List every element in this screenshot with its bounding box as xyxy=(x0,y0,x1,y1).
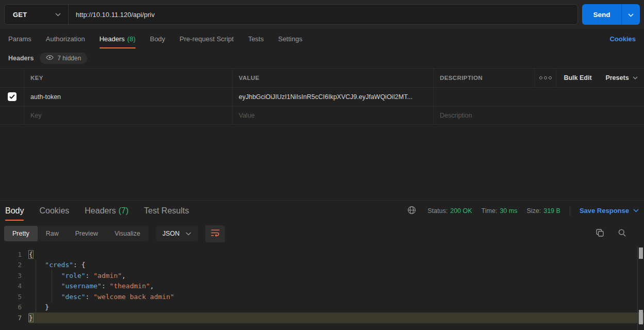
indent-guide xyxy=(36,260,36,312)
new-value-input[interactable]: Value xyxy=(232,106,433,124)
code-line: 4 "username": "theadmin", xyxy=(0,281,644,292)
send-options-button[interactable] xyxy=(621,4,640,25)
time-badge: Time: 30 ms xyxy=(482,207,518,214)
header-description-cell[interactable] xyxy=(433,88,644,106)
tab-headers[interactable]: Headers (8) xyxy=(100,29,136,48)
request-tabs: Params Authorization Headers (8) Body Pr… xyxy=(0,29,644,48)
status-badge: Status: 200 OK xyxy=(427,207,472,214)
indent-guide xyxy=(52,270,52,302)
divider xyxy=(570,206,570,216)
copy-icon xyxy=(596,228,604,239)
response-meta: Status: 200 OK Time: 30 ms Size: 319 B S… xyxy=(407,206,639,216)
view-visualize-button[interactable]: Visualize xyxy=(106,226,148,241)
headers-count-badge: (8) xyxy=(127,35,136,43)
empty-area xyxy=(0,125,644,200)
code-line: 2 "creds": { xyxy=(0,260,644,271)
tab-tests[interactable]: Tests xyxy=(248,29,263,48)
scrollbar-thumb[interactable] xyxy=(639,310,643,324)
toggle-hidden-headers-button[interactable]: 7 hidden xyxy=(40,53,87,64)
cookies-link[interactable]: Cookies xyxy=(609,29,636,48)
view-mode-switch: Pretty Raw Preview Visualize xyxy=(4,226,148,241)
column-key: KEY xyxy=(24,69,232,87)
wrap-lines-icon xyxy=(210,229,220,238)
scrollbar-thumb[interactable] xyxy=(639,248,643,259)
method-label: GET xyxy=(13,11,27,19)
headers-section-title: Headers xyxy=(8,55,34,62)
select-all-cell xyxy=(0,69,24,87)
checkmark-icon xyxy=(9,94,15,99)
chevron-down-icon xyxy=(633,209,639,212)
header-row-auth-token: auth-token eyJhbGciOiJIUzI1NiIsInR5cCI6I… xyxy=(0,88,644,106)
code-line: 3 "role": "admin", xyxy=(0,270,644,281)
presets-cell: Presets xyxy=(599,69,644,87)
send-split-button: Send xyxy=(582,4,640,25)
new-description-input[interactable]: Description xyxy=(433,106,644,124)
globe-icon xyxy=(407,206,416,216)
network-info-button[interactable] xyxy=(407,206,416,216)
response-tab-headers[interactable]: Headers (7) xyxy=(85,201,128,221)
send-button[interactable]: Send xyxy=(582,4,621,25)
method-select[interactable]: GET xyxy=(5,5,69,24)
tab-authorization[interactable]: Authorization xyxy=(46,29,85,48)
view-pretty-button[interactable]: Pretty xyxy=(4,226,38,241)
code-line-active: 7 } xyxy=(0,312,644,323)
response-headers-count-badge: (7) xyxy=(119,206,129,216)
tab-pre-request-script[interactable]: Pre-request Script xyxy=(179,29,234,48)
presets-button[interactable]: Presets xyxy=(605,74,637,81)
code-line: 1 { xyxy=(0,249,644,260)
view-preview-button[interactable]: Preview xyxy=(67,226,106,241)
row-checkbox-checked[interactable] xyxy=(8,92,16,101)
chevron-down-icon xyxy=(628,11,634,19)
editor-scrollbar xyxy=(637,246,644,330)
response-body-editor[interactable]: 1 { 2 "creds": { 3 "role": "admin", 4 "u… xyxy=(0,246,644,330)
search-icon xyxy=(618,228,626,239)
headers-editor-header: Headers 7 hidden xyxy=(0,48,644,68)
column-value: VALUE xyxy=(232,69,433,87)
response-tab-cookies[interactable]: Cookies xyxy=(39,201,69,221)
wrap-lines-button[interactable] xyxy=(205,225,225,242)
view-raw-button[interactable]: Raw xyxy=(38,226,67,241)
code-line: 6 } xyxy=(0,302,644,313)
more-actions-button[interactable] xyxy=(535,76,556,79)
chevron-down-icon xyxy=(55,13,61,16)
new-key-input[interactable]: Key xyxy=(24,106,232,124)
chevron-down-icon xyxy=(186,232,191,236)
tab-body[interactable]: Body xyxy=(150,29,166,48)
tab-settings[interactable]: Settings xyxy=(278,29,302,48)
url-field: GET xyxy=(4,4,578,25)
header-key-cell[interactable]: auth-token xyxy=(24,88,232,106)
request-url-bar: GET Send xyxy=(0,0,644,29)
save-response-button[interactable]: Save Response xyxy=(580,207,639,214)
response-view-toolbar: Pretty Raw Preview Visualize JSON xyxy=(0,221,644,246)
headers-table: KEY VALUE DESCRIPTION Bulk Edit Presets xyxy=(0,68,644,125)
search-response-button[interactable] xyxy=(618,228,626,239)
hidden-headers-count: 7 hidden xyxy=(57,55,81,62)
response-tab-test-results[interactable]: Test Results xyxy=(144,201,189,221)
copy-response-button[interactable] xyxy=(596,228,604,239)
tab-params[interactable]: Params xyxy=(8,29,31,48)
more-actions-cell xyxy=(534,69,556,87)
column-description: DESCRIPTION xyxy=(433,69,534,87)
bulk-edit-cell: Bulk Edit xyxy=(556,69,599,87)
url-input[interactable] xyxy=(69,5,577,24)
response-tabs-row: Body Cookies Headers (7) Test Results St… xyxy=(0,200,644,221)
table-header-row: KEY VALUE DESCRIPTION Bulk Edit Presets xyxy=(0,69,644,88)
code-line: 5 "desc": "welcome back admin" xyxy=(0,291,644,302)
format-select[interactable]: JSON xyxy=(156,226,198,241)
response-tab-body[interactable]: Body xyxy=(5,201,24,221)
new-header-row: Key Value Description xyxy=(0,106,644,125)
eye-icon xyxy=(46,55,54,62)
header-value-cell[interactable]: eyJhbGciOiJIUzI1NiIsInR5cCI6IkpXVCJ9.eyJ… xyxy=(232,88,433,106)
bulk-edit-button[interactable]: Bulk Edit xyxy=(564,74,591,81)
chevron-down-icon xyxy=(633,76,638,79)
response-actions xyxy=(596,228,640,239)
postman-app: GET Send Params Authorization Headers (8… xyxy=(0,0,644,330)
size-badge: Size: 319 B xyxy=(526,207,560,214)
